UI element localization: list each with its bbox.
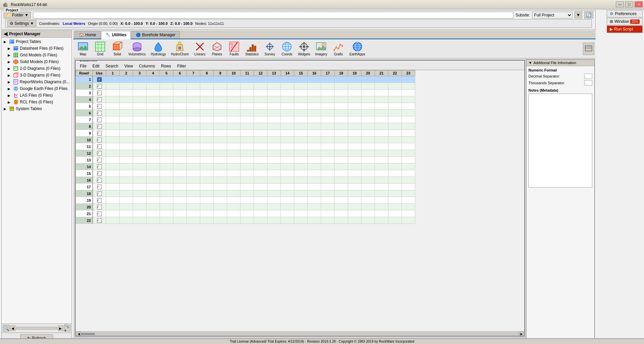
data-cell[interactable] bbox=[388, 110, 402, 116]
data-cell[interactable] bbox=[308, 76, 321, 83]
data-cell[interactable] bbox=[321, 90, 335, 96]
data-cell[interactable] bbox=[321, 103, 335, 110]
tool-widgets[interactable]: Widgets bbox=[296, 40, 312, 57]
use-checkbox-cell[interactable]: ✓ bbox=[93, 137, 106, 143]
data-cell[interactable] bbox=[361, 137, 375, 143]
data-cell[interactable] bbox=[254, 76, 267, 83]
data-cell[interactable] bbox=[321, 217, 335, 224]
use-checkbox-cell[interactable]: ✓ bbox=[93, 197, 106, 204]
use-checkbox[interactable]: ✓ bbox=[97, 111, 102, 115]
data-cell[interactable] bbox=[173, 210, 187, 217]
data-cell[interactable] bbox=[160, 150, 173, 157]
data-cell[interactable] bbox=[308, 103, 321, 110]
data-cell[interactable] bbox=[133, 123, 146, 130]
data-cell[interactable] bbox=[227, 116, 241, 123]
use-checkbox[interactable]: ✓ bbox=[97, 164, 102, 169]
data-cell[interactable] bbox=[120, 197, 133, 204]
tool-coords[interactable]: Coords bbox=[278, 40, 295, 57]
data-cell[interactable] bbox=[187, 123, 200, 130]
data-cell[interactable] bbox=[388, 83, 402, 90]
data-cell[interactable] bbox=[146, 157, 160, 163]
data-cell[interactable] bbox=[375, 103, 388, 110]
data-cell[interactable] bbox=[375, 96, 388, 103]
use-checkbox-cell[interactable]: ✓ bbox=[93, 190, 106, 197]
data-cell[interactable] bbox=[173, 184, 187, 190]
data-cell[interactable] bbox=[120, 123, 133, 130]
settings-button[interactable]: ⚙ Settings ▼ bbox=[7, 20, 36, 27]
data-cell[interactable] bbox=[267, 76, 281, 83]
data-cell[interactable] bbox=[281, 116, 294, 123]
scroll-right-btn[interactable]: ▶ bbox=[519, 332, 524, 336]
data-cell[interactable] bbox=[361, 150, 375, 157]
data-cell[interactable] bbox=[227, 76, 241, 83]
data-cell[interactable] bbox=[160, 116, 173, 123]
data-cell[interactable] bbox=[120, 116, 133, 123]
data-cell[interactable] bbox=[160, 163, 173, 170]
subsite-select[interactable]: Full Project bbox=[532, 12, 572, 18]
data-cell[interactable] bbox=[227, 103, 241, 110]
use-checkbox[interactable]: ✓ bbox=[97, 218, 102, 223]
data-cell[interactable] bbox=[281, 130, 294, 137]
data-cell[interactable] bbox=[200, 96, 214, 103]
data-cell[interactable] bbox=[254, 137, 267, 143]
data-cell[interactable] bbox=[294, 177, 308, 184]
data-cell[interactable] bbox=[308, 184, 321, 190]
data-cell[interactable] bbox=[375, 157, 388, 163]
data-cell[interactable] bbox=[254, 130, 267, 137]
data-cell[interactable] bbox=[200, 170, 214, 177]
data-cell[interactable] bbox=[241, 103, 254, 110]
data-cell[interactable] bbox=[160, 143, 173, 150]
data-cell[interactable] bbox=[335, 210, 348, 217]
data-cell[interactable] bbox=[348, 116, 361, 123]
data-cell[interactable] bbox=[227, 83, 241, 90]
use-checkbox-cell[interactable]: ✓ bbox=[93, 163, 106, 170]
data-cell[interactable] bbox=[146, 143, 160, 150]
data-cell[interactable] bbox=[308, 143, 321, 150]
use-checkbox-cell[interactable]: ✓ bbox=[93, 177, 106, 184]
data-cell[interactable] bbox=[281, 90, 294, 96]
use-checkbox-cell[interactable]: ✓ bbox=[93, 157, 106, 163]
data-cell[interactable] bbox=[187, 204, 200, 210]
data-cell[interactable] bbox=[120, 217, 133, 224]
data-cell[interactable] bbox=[214, 184, 227, 190]
data-cell[interactable] bbox=[160, 177, 173, 184]
data-cell[interactable] bbox=[241, 170, 254, 177]
data-cell[interactable] bbox=[106, 96, 120, 103]
data-cell[interactable] bbox=[321, 190, 335, 197]
sidebar-item-reportworks[interactable]: ▶ ReportWorks Diagrams (0... bbox=[2, 79, 71, 85]
data-cell[interactable] bbox=[294, 150, 308, 157]
use-checkbox[interactable]: ✓ bbox=[97, 185, 102, 189]
data-cell[interactable] bbox=[106, 190, 120, 197]
data-cell[interactable] bbox=[281, 157, 294, 163]
data-cell[interactable] bbox=[267, 190, 281, 197]
data-cell[interactable] bbox=[106, 157, 120, 163]
data-cell[interactable] bbox=[254, 157, 267, 163]
use-checkbox-cell[interactable] bbox=[93, 76, 106, 83]
h-scroll-track[interactable] bbox=[81, 333, 519, 335]
data-cell[interactable] bbox=[173, 190, 187, 197]
data-cell[interactable] bbox=[227, 197, 241, 204]
data-cell[interactable] bbox=[375, 190, 388, 197]
data-cell[interactable] bbox=[241, 177, 254, 184]
data-cell[interactable] bbox=[200, 204, 214, 210]
data-cell[interactable] bbox=[267, 163, 281, 170]
data-cell[interactable] bbox=[361, 103, 375, 110]
data-cell[interactable] bbox=[402, 103, 415, 110]
use-checkbox[interactable]: ✓ bbox=[97, 104, 102, 109]
data-cell[interactable] bbox=[335, 143, 348, 150]
data-cell[interactable] bbox=[321, 163, 335, 170]
sidebar-item-project-tables[interactable]: ▶ Project Tables bbox=[2, 38, 71, 45]
data-cell[interactable] bbox=[348, 157, 361, 163]
data-cell[interactable] bbox=[187, 197, 200, 204]
data-cell[interactable] bbox=[361, 110, 375, 116]
sidebar-item-rcl-files[interactable]: ▶ RCL Files (0 Files) bbox=[2, 99, 71, 105]
data-cell[interactable] bbox=[281, 83, 294, 90]
data-cell[interactable] bbox=[133, 190, 146, 197]
use-checkbox[interactable]: ✓ bbox=[97, 97, 102, 102]
data-cell[interactable] bbox=[187, 210, 200, 217]
data-cell[interactable] bbox=[227, 217, 241, 224]
data-cell[interactable] bbox=[187, 163, 200, 170]
data-cell[interactable] bbox=[294, 163, 308, 170]
data-cell[interactable] bbox=[321, 116, 335, 123]
data-cell[interactable] bbox=[375, 184, 388, 190]
